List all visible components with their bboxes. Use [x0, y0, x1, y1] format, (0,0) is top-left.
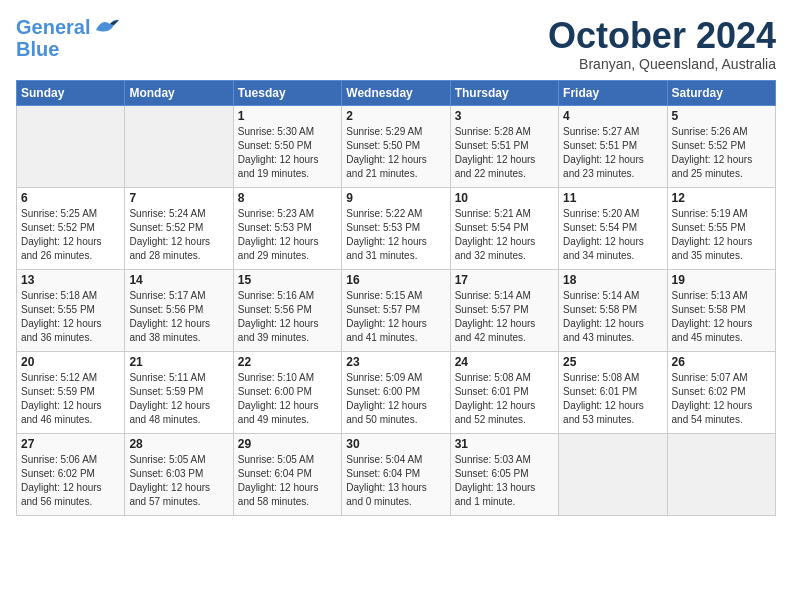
weekday-header-sunday: Sunday: [17, 80, 125, 105]
day-number: 7: [129, 191, 228, 205]
day-number: 19: [672, 273, 771, 287]
logo-general: General: [16, 16, 90, 38]
day-info: Sunrise: 5:05 AM Sunset: 6:03 PM Dayligh…: [129, 453, 228, 509]
day-info: Sunrise: 5:14 AM Sunset: 5:57 PM Dayligh…: [455, 289, 554, 345]
calendar-cell: [125, 105, 233, 187]
day-info: Sunrise: 5:11 AM Sunset: 5:59 PM Dayligh…: [129, 371, 228, 427]
logo-blue: Blue: [16, 38, 59, 60]
logo-bird-icon: [92, 16, 120, 38]
day-number: 20: [21, 355, 120, 369]
day-number: 2: [346, 109, 445, 123]
day-number: 8: [238, 191, 337, 205]
calendar-cell: [559, 433, 667, 515]
calendar-cell: [667, 433, 775, 515]
calendar-body: 1Sunrise: 5:30 AM Sunset: 5:50 PM Daylig…: [17, 105, 776, 515]
calendar-cell: 11Sunrise: 5:20 AM Sunset: 5:54 PM Dayli…: [559, 187, 667, 269]
weekday-header-wednesday: Wednesday: [342, 80, 450, 105]
day-info: Sunrise: 5:19 AM Sunset: 5:55 PM Dayligh…: [672, 207, 771, 263]
calendar-cell: 4Sunrise: 5:27 AM Sunset: 5:51 PM Daylig…: [559, 105, 667, 187]
day-number: 13: [21, 273, 120, 287]
calendar-cell: 28Sunrise: 5:05 AM Sunset: 6:03 PM Dayli…: [125, 433, 233, 515]
weekday-header-thursday: Thursday: [450, 80, 558, 105]
calendar-cell: 17Sunrise: 5:14 AM Sunset: 5:57 PM Dayli…: [450, 269, 558, 351]
day-number: 18: [563, 273, 662, 287]
day-number: 9: [346, 191, 445, 205]
day-info: Sunrise: 5:13 AM Sunset: 5:58 PM Dayligh…: [672, 289, 771, 345]
day-number: 6: [21, 191, 120, 205]
month-title: October 2024: [548, 16, 776, 56]
day-info: Sunrise: 5:29 AM Sunset: 5:50 PM Dayligh…: [346, 125, 445, 181]
calendar-cell: 16Sunrise: 5:15 AM Sunset: 5:57 PM Dayli…: [342, 269, 450, 351]
weekday-header-tuesday: Tuesday: [233, 80, 341, 105]
day-info: Sunrise: 5:21 AM Sunset: 5:54 PM Dayligh…: [455, 207, 554, 263]
day-info: Sunrise: 5:15 AM Sunset: 5:57 PM Dayligh…: [346, 289, 445, 345]
calendar-cell: 8Sunrise: 5:23 AM Sunset: 5:53 PM Daylig…: [233, 187, 341, 269]
day-number: 16: [346, 273, 445, 287]
calendar-cell: 25Sunrise: 5:08 AM Sunset: 6:01 PM Dayli…: [559, 351, 667, 433]
calendar-week-2: 6Sunrise: 5:25 AM Sunset: 5:52 PM Daylig…: [17, 187, 776, 269]
day-number: 5: [672, 109, 771, 123]
day-info: Sunrise: 5:06 AM Sunset: 6:02 PM Dayligh…: [21, 453, 120, 509]
calendar-cell: 1Sunrise: 5:30 AM Sunset: 5:50 PM Daylig…: [233, 105, 341, 187]
page-header: General Blue October 2024 Branyan, Queen…: [16, 16, 776, 72]
calendar-week-5: 27Sunrise: 5:06 AM Sunset: 6:02 PM Dayli…: [17, 433, 776, 515]
weekday-header-monday: Monday: [125, 80, 233, 105]
calendar-cell: 18Sunrise: 5:14 AM Sunset: 5:58 PM Dayli…: [559, 269, 667, 351]
day-info: Sunrise: 5:24 AM Sunset: 5:52 PM Dayligh…: [129, 207, 228, 263]
calendar-week-4: 20Sunrise: 5:12 AM Sunset: 5:59 PM Dayli…: [17, 351, 776, 433]
calendar-cell: 2Sunrise: 5:29 AM Sunset: 5:50 PM Daylig…: [342, 105, 450, 187]
day-info: Sunrise: 5:04 AM Sunset: 6:04 PM Dayligh…: [346, 453, 445, 509]
calendar-cell: 24Sunrise: 5:08 AM Sunset: 6:01 PM Dayli…: [450, 351, 558, 433]
day-info: Sunrise: 5:05 AM Sunset: 6:04 PM Dayligh…: [238, 453, 337, 509]
day-number: 28: [129, 437, 228, 451]
day-number: 24: [455, 355, 554, 369]
calendar-cell: 14Sunrise: 5:17 AM Sunset: 5:56 PM Dayli…: [125, 269, 233, 351]
calendar-cell: 12Sunrise: 5:19 AM Sunset: 5:55 PM Dayli…: [667, 187, 775, 269]
logo-text: General: [16, 16, 90, 38]
day-info: Sunrise: 5:03 AM Sunset: 6:05 PM Dayligh…: [455, 453, 554, 509]
day-info: Sunrise: 5:10 AM Sunset: 6:00 PM Dayligh…: [238, 371, 337, 427]
calendar-cell: 19Sunrise: 5:13 AM Sunset: 5:58 PM Dayli…: [667, 269, 775, 351]
day-number: 1: [238, 109, 337, 123]
day-info: Sunrise: 5:27 AM Sunset: 5:51 PM Dayligh…: [563, 125, 662, 181]
day-number: 10: [455, 191, 554, 205]
day-info: Sunrise: 5:17 AM Sunset: 5:56 PM Dayligh…: [129, 289, 228, 345]
logo: General Blue: [16, 16, 120, 60]
day-info: Sunrise: 5:14 AM Sunset: 5:58 PM Dayligh…: [563, 289, 662, 345]
calendar-cell: 29Sunrise: 5:05 AM Sunset: 6:04 PM Dayli…: [233, 433, 341, 515]
day-number: 12: [672, 191, 771, 205]
day-number: 15: [238, 273, 337, 287]
day-number: 22: [238, 355, 337, 369]
day-info: Sunrise: 5:16 AM Sunset: 5:56 PM Dayligh…: [238, 289, 337, 345]
day-number: 31: [455, 437, 554, 451]
day-number: 11: [563, 191, 662, 205]
day-info: Sunrise: 5:12 AM Sunset: 5:59 PM Dayligh…: [21, 371, 120, 427]
day-info: Sunrise: 5:25 AM Sunset: 5:52 PM Dayligh…: [21, 207, 120, 263]
day-info: Sunrise: 5:23 AM Sunset: 5:53 PM Dayligh…: [238, 207, 337, 263]
calendar-cell: 13Sunrise: 5:18 AM Sunset: 5:55 PM Dayli…: [17, 269, 125, 351]
day-number: 14: [129, 273, 228, 287]
calendar-cell: 23Sunrise: 5:09 AM Sunset: 6:00 PM Dayli…: [342, 351, 450, 433]
day-info: Sunrise: 5:30 AM Sunset: 5:50 PM Dayligh…: [238, 125, 337, 181]
day-info: Sunrise: 5:18 AM Sunset: 5:55 PM Dayligh…: [21, 289, 120, 345]
day-info: Sunrise: 5:22 AM Sunset: 5:53 PM Dayligh…: [346, 207, 445, 263]
day-info: Sunrise: 5:09 AM Sunset: 6:00 PM Dayligh…: [346, 371, 445, 427]
calendar-cell: 22Sunrise: 5:10 AM Sunset: 6:00 PM Dayli…: [233, 351, 341, 433]
calendar-table: SundayMondayTuesdayWednesdayThursdayFrid…: [16, 80, 776, 516]
day-number: 29: [238, 437, 337, 451]
weekday-header-saturday: Saturday: [667, 80, 775, 105]
calendar-cell: 7Sunrise: 5:24 AM Sunset: 5:52 PM Daylig…: [125, 187, 233, 269]
calendar-cell: [17, 105, 125, 187]
day-number: 27: [21, 437, 120, 451]
title-block: October 2024 Branyan, Queensland, Austra…: [548, 16, 776, 72]
calendar-cell: 3Sunrise: 5:28 AM Sunset: 5:51 PM Daylig…: [450, 105, 558, 187]
calendar-cell: 27Sunrise: 5:06 AM Sunset: 6:02 PM Dayli…: [17, 433, 125, 515]
day-number: 30: [346, 437, 445, 451]
day-number: 26: [672, 355, 771, 369]
day-info: Sunrise: 5:28 AM Sunset: 5:51 PM Dayligh…: [455, 125, 554, 181]
calendar-cell: 15Sunrise: 5:16 AM Sunset: 5:56 PM Dayli…: [233, 269, 341, 351]
calendar-cell: 20Sunrise: 5:12 AM Sunset: 5:59 PM Dayli…: [17, 351, 125, 433]
calendar-cell: 6Sunrise: 5:25 AM Sunset: 5:52 PM Daylig…: [17, 187, 125, 269]
day-info: Sunrise: 5:08 AM Sunset: 6:01 PM Dayligh…: [563, 371, 662, 427]
calendar-week-3: 13Sunrise: 5:18 AM Sunset: 5:55 PM Dayli…: [17, 269, 776, 351]
